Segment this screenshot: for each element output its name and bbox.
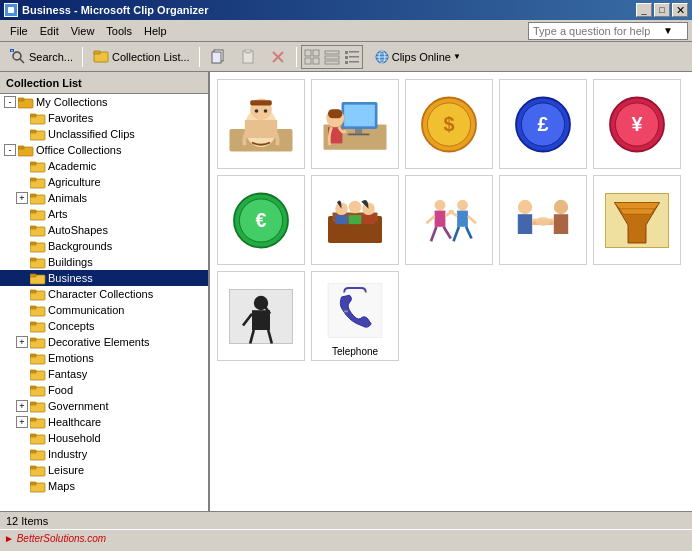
expand-icon[interactable]: + (16, 336, 28, 348)
clip-item-6[interactable]: € (217, 175, 305, 265)
svg-rect-64 (30, 338, 36, 341)
copy-button[interactable] (204, 45, 232, 69)
clip-canvas-10 (597, 185, 677, 255)
sidebar-item-unclassified[interactable]: Unclassified Clips (0, 126, 208, 142)
clip-item-2[interactable] (311, 79, 399, 169)
search-button[interactable]: Search... (4, 45, 78, 69)
clip-item-9[interactable] (499, 175, 587, 265)
sidebar-item-label: Government (48, 400, 109, 412)
svg-rect-124 (518, 214, 532, 234)
clip-item-4[interactable]: £ (499, 79, 587, 169)
app-icon (4, 3, 18, 17)
sidebar-item-label: Favorites (48, 112, 93, 124)
sidebar-item-healthcare[interactable]: + Healthcare (0, 414, 208, 430)
menu-bar: File Edit View Tools Help ▼ (0, 20, 692, 42)
svg-rect-60 (30, 306, 36, 309)
svg-rect-82 (30, 482, 36, 485)
expand-icon[interactable]: - (4, 144, 16, 156)
svg-rect-36 (30, 114, 36, 117)
sidebar-item-household[interactable]: Household (0, 430, 208, 446)
close-button[interactable]: ✕ (672, 3, 688, 17)
clip-item-10[interactable] (593, 175, 681, 265)
sidebar-item-office-collections[interactable]: - Office Collections (0, 142, 208, 158)
sidebar-item-emotions[interactable]: Emotions (0, 350, 208, 366)
svg-rect-74 (30, 418, 36, 421)
sidebar-item-buildings[interactable]: Buildings (0, 254, 208, 270)
sidebar-item-government[interactable]: + Government (0, 398, 208, 414)
clip-item-7[interactable] (311, 175, 399, 265)
menu-tools[interactable]: Tools (100, 23, 138, 39)
view-list-button[interactable] (322, 46, 342, 68)
maximize-button[interactable]: □ (654, 3, 670, 17)
clip-item-12[interactable]: Telephone (311, 271, 399, 361)
window-title: Business - Microsoft Clip Organizer (22, 4, 208, 16)
status-items: 12 Items (6, 515, 686, 527)
sidebar-item-agriculture[interactable]: Agriculture (0, 174, 208, 190)
clip-canvas-9 (503, 185, 583, 255)
sidebar-item-label: Business (48, 272, 93, 284)
expand-icon[interactable]: + (16, 400, 28, 412)
collection-list-button[interactable]: Collection List... (87, 45, 195, 69)
svg-rect-56 (30, 274, 36, 277)
sidebar-item-food[interactable]: Food (0, 382, 208, 398)
sidebar-item-decorative-elements[interactable]: + Decorative Elements (0, 334, 208, 350)
clips-online-button[interactable]: Clips Online ▼ (369, 46, 466, 68)
expand-icon[interactable]: - (4, 96, 16, 108)
sidebar-item-label: Food (48, 384, 73, 396)
sidebar-item-label: Fantasy (48, 368, 87, 380)
svg-rect-87 (250, 100, 272, 105)
search-label: Search... (29, 51, 73, 63)
sidebar-item-label: Household (48, 432, 101, 444)
menu-view[interactable]: View (65, 23, 101, 39)
view-detail-button[interactable] (342, 46, 362, 68)
folder-icon (30, 320, 46, 332)
expand-icon[interactable]: + (16, 192, 28, 204)
clip-item-1[interactable] (217, 79, 305, 169)
clip-item-5[interactable]: ¥ (593, 79, 681, 169)
sidebar-item-animals[interactable]: + Animals (0, 190, 208, 206)
menu-help[interactable]: Help (138, 23, 173, 39)
folder-icon (30, 176, 46, 188)
sidebar-item-fantasy[interactable]: Fantasy (0, 366, 208, 382)
clips-online-arrow: ▼ (453, 52, 461, 61)
menu-file[interactable]: File (4, 23, 34, 39)
sidebar-item-communication[interactable]: Communication (0, 302, 208, 318)
paste-button[interactable] (234, 45, 262, 69)
sidebar-item-arts[interactable]: Arts (0, 206, 208, 222)
svg-text:£: £ (537, 112, 548, 134)
svg-point-113 (362, 202, 375, 215)
clip-canvas-7 (315, 185, 395, 255)
sidebar-item-maps[interactable]: Maps (0, 478, 208, 494)
toolbar: Search... Collection List... (0, 42, 692, 72)
sidebar-item-leisure[interactable]: Leisure (0, 462, 208, 478)
help-input[interactable] (533, 25, 663, 37)
bottom-link[interactable]: ► BetterSolutions.com (4, 533, 106, 544)
sidebar-item-backgrounds[interactable]: Backgrounds (0, 238, 208, 254)
svg-rect-54 (30, 258, 36, 261)
delete-button[interactable] (264, 45, 292, 69)
sidebar-item-my-collections[interactable]: - My Collections (0, 94, 208, 110)
expand-icon[interactable]: + (16, 416, 28, 428)
sidebar-item-autoshapes[interactable]: AutoShapes (0, 222, 208, 238)
svg-rect-50 (30, 226, 36, 229)
svg-text:$: $ (443, 112, 454, 134)
view-thumbnails-button[interactable] (302, 46, 322, 68)
folder-icon (30, 112, 46, 124)
sidebar-item-label: Maps (48, 480, 75, 492)
sidebar-item-concepts[interactable]: Concepts (0, 318, 208, 334)
sidebar-item-favorites[interactable]: Favorites (0, 110, 208, 126)
menu-edit[interactable]: Edit (34, 23, 65, 39)
clip-item-8[interactable] (405, 175, 493, 265)
sidebar-item-academic[interactable]: Academic (0, 158, 208, 174)
clip-item-11[interactable] (217, 271, 305, 361)
copy-icon (209, 48, 227, 66)
sidebar-item-industry[interactable]: Industry (0, 446, 208, 462)
clip-item-3[interactable]: $ (405, 79, 493, 169)
svg-point-122 (518, 199, 532, 213)
svg-rect-78 (30, 450, 36, 453)
minimize-button[interactable]: _ (636, 3, 652, 17)
svg-rect-66 (30, 354, 36, 357)
sidebar-item-character-collections[interactable]: Character Collections (0, 286, 208, 302)
folder-icon (30, 432, 46, 444)
sidebar-item-business[interactable]: Business (0, 270, 208, 286)
